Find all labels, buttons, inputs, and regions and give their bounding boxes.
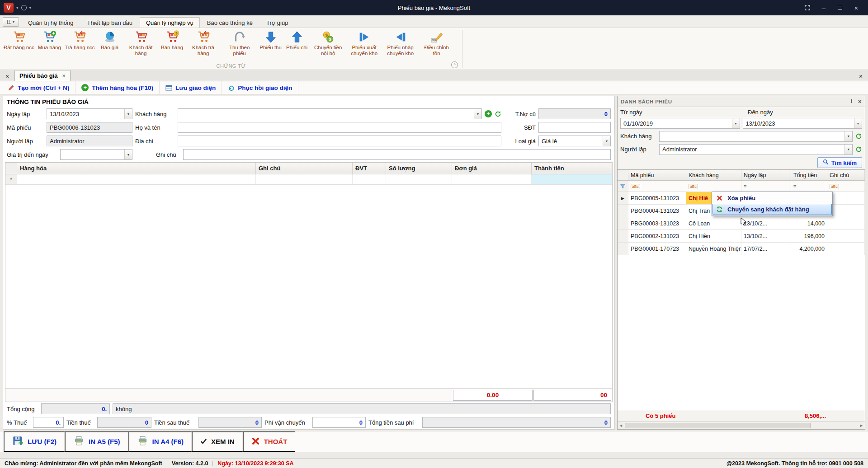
ribbon-tab[interactable]: Quản lý nghiệp vụ [140,17,200,28]
list-cell-ngay[interactable]: 13/10/2... [741,217,791,229]
list-cell-ma[interactable]: PBG00003-131023 [628,217,686,229]
scroll-right-icon[interactable]: ► [859,423,863,428]
ghi-chu-field[interactable] [183,149,611,160]
sdt-field[interactable] [538,122,611,133]
tabbar-close-left-button[interactable]: × [2,72,13,81]
items-grid-cell[interactable] [353,174,386,184]
add-item-button[interactable]: + Thêm hàng hóa (F10) [75,81,160,94]
tu-ngay-combo[interactable]: 01/10/2019 [620,118,740,129]
ribbon-item[interactable]: $Bán hàng [159,29,185,51]
restore-layout-button[interactable]: Phục hồi giao diện [222,81,298,94]
list-row[interactable]: PBG00002-131023Chị Hiền13/10/2...196,000 [618,230,865,243]
refresh-nguoi-lap-icon[interactable] [855,146,862,153]
list-grid-column-header[interactable]: Tổng tiền [791,170,827,180]
list-cell-ghi[interactable] [827,243,865,255]
items-grid-cell[interactable] [256,174,353,184]
list-grid-column-header[interactable]: Mã phiếu [628,170,686,180]
filter-cell[interactable] [686,181,741,192]
list-cell-khach[interactable]: Nguyễn Hoàng Thiện [686,243,741,255]
list-grid-column-header[interactable]: Ghi chú [827,170,865,180]
fit-window-button[interactable] [799,2,816,14]
quick-access-icon[interactable] [21,5,27,10]
scrollbar-thumb[interactable] [625,423,811,428]
items-grid-column-header[interactable]: Thành tiền [532,163,612,174]
new-button[interactable]: Tạo mới (Ctrl + N) [2,81,75,94]
close-button[interactable]: × [848,2,864,14]
list-cell-ghi[interactable] [827,217,865,229]
panel-close-icon[interactable]: × [858,98,862,105]
items-grid-new-row[interactable]: * [5,174,612,185]
preview-button[interactable]: XEM IN [192,431,243,452]
items-grid-column-header[interactable]: ĐVT [353,163,386,174]
list-cell-tong[interactable]: 196,000 [791,230,827,242]
refresh-khach-hang-icon[interactable] [855,133,862,140]
app-menu-caret-icon[interactable]: ▾ [16,5,19,10]
ribbon-item[interactable]: Mua hàng [36,29,63,51]
refresh-customer-icon[interactable] [495,111,501,117]
items-grid-cell[interactable] [17,174,256,184]
filter-cell[interactable] [791,181,827,192]
scroll-left-icon[interactable]: ◄ [619,423,623,428]
maximize-button[interactable] [832,2,848,14]
items-grid-column-header[interactable]: Ghi chú [256,163,353,174]
ribbon-item[interactable]: Đặt hàng ncc [2,29,36,51]
exit-button[interactable]: THOÁT [243,431,295,452]
thue-field[interactable]: 0. [33,417,64,428]
ribbon-app-button[interactable]: ▾ [3,17,19,27]
list-cell-tong[interactable]: 14,000 [791,217,827,229]
ribbon-item[interactable]: Báo giá [97,29,123,51]
items-grid-column-header[interactable]: Đơn giá [452,163,532,174]
ribbon-tab[interactable]: Thiết lập ban đầu [80,17,138,28]
ribbon-tab[interactable]: Báo cáo thống kê [201,17,259,28]
tab-close-icon[interactable]: × [62,72,66,79]
gia-tri-den-ngay-combo[interactable] [60,149,132,160]
ribbon-item[interactable]: Phiếu chi [284,29,310,51]
minimize-button[interactable]: – [816,2,832,14]
filter-khach-hang-combo[interactable] [659,131,853,142]
filter-cell[interactable] [827,181,865,192]
ribbon-collapse-button[interactable]: ^ [451,61,458,68]
list-cell-ngay[interactable]: 13/10/2... [741,230,791,242]
save-button[interactable]: LƯU (F2) [4,431,65,452]
tabbar-close-right-button[interactable]: × [855,72,866,81]
ribbon-item[interactable]: $$Chuyển tiền nội bộ [310,29,346,57]
filter-cell[interactable] [741,181,791,192]
items-grid-cell[interactable] [532,174,612,184]
tab-phieu-bao-gia[interactable]: Phiếu báo giá × [14,70,71,81]
khach-hang-combo[interactable] [178,108,482,119]
list-cell-tong[interactable]: 4,200,000 [791,243,827,255]
list-cell-khach[interactable]: Cô Loan [686,217,741,229]
context-menu-item[interactable]: Chuyển sang khách đặt hàng [712,204,832,215]
ribbon-item[interactable]: Trả hàng ncc [63,29,97,51]
items-grid-column-header[interactable]: Số lượng [386,163,452,174]
items-grid-body[interactable] [5,185,612,388]
list-cell-ghi[interactable] [827,192,865,204]
ribbon-item[interactable]: Phiếu xuất chuyển kho [346,29,382,57]
den-ngay-combo[interactable]: 13/10/2023 [743,118,863,129]
search-button[interactable]: Tìm kiếm [817,157,862,168]
list-cell-ma[interactable]: PBG00004-131023 [628,205,686,217]
list-cell-ghi[interactable] [827,205,865,217]
list-grid-column-header[interactable]: Khách hàng [686,170,741,180]
ribbon-item[interactable]: Phiếu nhập chuyển kho [382,29,419,57]
ribbon-item[interactable]: abcĐiều chỉnh tồn [419,29,455,57]
loai-gia-combo[interactable]: Giá lẻ [538,136,611,146]
items-grid-cell[interactable] [452,174,532,184]
print-a4-button[interactable]: IN A4 (F6) [128,431,192,452]
list-row[interactable]: PBG00001-170723Nguyễn Hoàng Thiện17/07/2… [618,243,865,255]
items-grid-column-header[interactable]: Hàng hóa [17,163,256,174]
pin-icon[interactable] [849,98,854,105]
context-menu-item[interactable]: Xóa phiếu [712,192,832,204]
list-cell-ma[interactable]: PBG00002-131023 [628,230,686,242]
ngay-lap-combo[interactable]: 13/10/2023 [47,108,132,119]
items-grid-cell[interactable] [386,174,452,184]
app-logo-icon[interactable]: V [4,3,14,13]
ribbon-item[interactable]: Thu theo phiếu [222,29,258,57]
list-cell-ghi[interactable] [827,230,865,242]
list-cell-khach[interactable]: Chị Hiền [686,230,741,242]
ho-ten-field[interactable] [178,122,501,133]
list-cell-ma[interactable]: PBG00005-131023 [628,192,686,204]
list-grid-column-header[interactable]: Ngày lập [741,170,791,180]
ribbon-item[interactable]: Khách đặt hàng [123,29,159,57]
list-cell-ngay[interactable]: 17/07/2... [741,243,791,255]
